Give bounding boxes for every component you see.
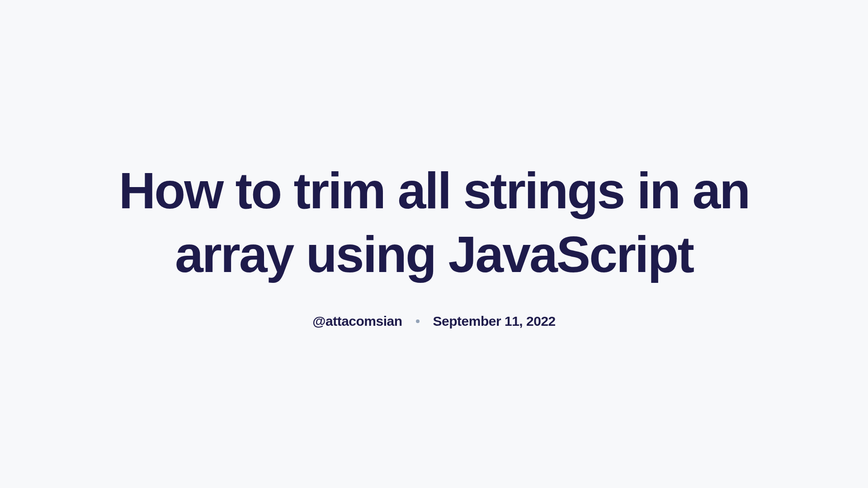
- article-title: How to trim all strings in an array usin…: [118, 159, 750, 287]
- article-date: September 11, 2022: [433, 314, 556, 329]
- article-header: How to trim all strings in an array usin…: [118, 159, 750, 329]
- meta-separator-icon: [416, 319, 420, 323]
- article-meta: @attacomsian September 11, 2022: [312, 314, 556, 329]
- article-author: @attacomsian: [312, 314, 402, 329]
